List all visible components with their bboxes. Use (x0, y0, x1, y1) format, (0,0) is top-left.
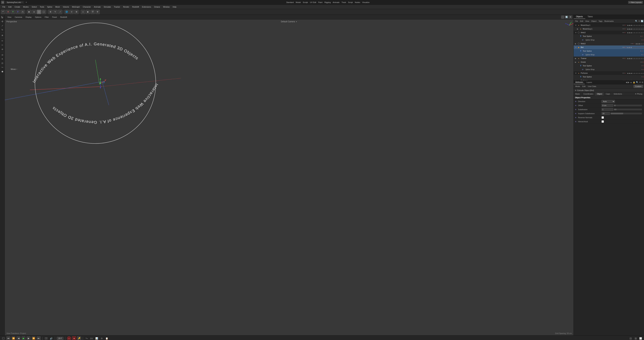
lock-btn[interactable] (20, 10, 25, 14)
custom-btn[interactable]: Custom (634, 85, 643, 88)
render-region-btn[interactable]: ◻ (81, 10, 85, 14)
next-frame-btn[interactable]: ▶ (26, 336, 30, 340)
world-btn[interactable]: 🌐 (64, 10, 69, 14)
prop-input-isoparm[interactable] (602, 112, 610, 115)
render-btn[interactable] (37, 10, 41, 14)
viewport-options-btn[interactable] (32, 10, 36, 14)
prop-slider-subdivision[interactable] (614, 109, 642, 110)
light-tool[interactable]: ☀ (0, 57, 4, 61)
obj-bookmarks-btn[interactable]: Bookmarks (604, 20, 614, 22)
scale-btn[interactable]: ⤢ (58, 10, 62, 14)
motion-path-btn[interactable] (84, 336, 89, 340)
menu-volume[interactable]: Volume (62, 5, 70, 8)
vp-icon2[interactable]: 🔄 (565, 15, 568, 19)
new-layouts-btn[interactable]: + New Layouts (628, 1, 643, 4)
goto-start-btn[interactable]: ⏮ (6, 336, 10, 340)
obj-row-trainer[interactable]: ▶ ● Trainer ● ■ × F (574, 56, 644, 60)
menu-mograph[interactable]: MoGraph (71, 5, 81, 8)
menu-character[interactable]: Character (82, 5, 92, 8)
attr-fwd-btn[interactable]: ▶ (628, 81, 630, 83)
menu-select[interactable]: Select (30, 5, 38, 8)
subtab-basic[interactable]: Basic (574, 92, 582, 96)
vp-icon3[interactable]: ⚙ (569, 15, 572, 19)
record-btn[interactable]: ● (67, 336, 71, 340)
obj-row-splinewrap-bot[interactable]: ⟳ Spline Wrap ● × (574, 53, 644, 56)
prop-input-subdivision[interactable] (602, 108, 613, 111)
vp-cameras-btn[interactable]: Cameras (14, 16, 24, 18)
render-all-btn[interactable]: 🎬 (90, 10, 95, 14)
vis-icon[interactable]: ● (622, 24, 623, 26)
menu-nodes[interactable]: Nodes (355, 1, 360, 3)
menu-standard[interactable]: Standard (286, 1, 294, 3)
prop-checkbox-revnorm[interactable] (602, 116, 604, 119)
menu-animate[interactable]: Animate (92, 5, 102, 8)
attr-search-btn[interactable]: 🔍 (636, 81, 638, 83)
obj-row-bot[interactable]: ▼ ◆ Bot ● ■ × F (574, 45, 644, 49)
obj-object-btn[interactable]: Object (590, 20, 597, 22)
spline-tool[interactable]: 〜 (0, 66, 4, 69)
play-btn[interactable]: ▶ (22, 336, 26, 340)
menu-help[interactable]: Help (171, 5, 178, 8)
timeline-icon[interactable] (1, 336, 5, 340)
y-axis-btn[interactable]: Y (11, 10, 15, 14)
menu-uv-edit[interactable]: UV Edit (310, 1, 316, 3)
select-tool[interactable] (0, 15, 4, 19)
menu-modes[interactable]: Modes (22, 5, 30, 8)
menu-mesh[interactable]: Mesh (54, 5, 61, 8)
objects-tab[interactable]: Objects (574, 15, 585, 19)
attr-back-btn[interactable]: ◀ (626, 81, 627, 83)
menu-model[interactable]: Model (296, 1, 301, 3)
menu-animate[interactable]: Animate (333, 1, 340, 3)
subtab-coordinates[interactable]: Coordinates (582, 92, 595, 96)
menu-edit[interactable]: Edit (7, 5, 13, 8)
prop-value-direction[interactable]: Auto (602, 100, 615, 103)
obj-row-splinewrap-greek[interactable]: ⟳ Spline Wrap ● × (574, 68, 644, 71)
obj-row-textspline-perfume[interactable]: T Text Spline ● × (574, 75, 644, 79)
vp-panel-btn[interactable]: Panel (51, 16, 58, 18)
z-axis-btn[interactable]: Z (16, 10, 20, 14)
loop-btn[interactable] (44, 336, 48, 340)
obj-row-musicguy1-group[interactable]: ▼ ● MusicGuy.1 ● ■ × F (574, 23, 644, 27)
attr-lock-btn[interactable]: 🔒 (633, 81, 635, 83)
menu-visualize[interactable]: Visualize (362, 1, 370, 3)
move-tool[interactable] (0, 20, 4, 23)
menu-file[interactable]: File (1, 5, 7, 8)
obj-row-perfume-2[interactable]: ▼ ● Perfume ● ■ × F (574, 79, 644, 80)
auto-key-btn[interactable]: 🔑 (77, 336, 81, 340)
mode-btn[interactable]: Mode (575, 85, 581, 88)
new-tab-btn[interactable]: + (25, 1, 28, 4)
fcurve-btn[interactable] (90, 336, 94, 340)
render-settings-btn[interactable]: ⚙ (95, 10, 100, 14)
prev-frame-btn[interactable]: ◀ (16, 336, 20, 340)
tab-close-btn[interactable]: × (22, 1, 22, 3)
attr-up-btn[interactable]: ▲ (630, 81, 632, 83)
prop-input-offset[interactable] (602, 104, 613, 107)
menu-simulate[interactable]: Simulate (102, 5, 112, 8)
obj-search-icon[interactable]: 🔍 (635, 20, 638, 22)
play-viewport-btn[interactable]: ▶ (27, 10, 32, 14)
current-frame-display[interactable]: 29 F (57, 337, 64, 340)
menu-rigging[interactable]: Rigging (324, 1, 330, 3)
zoom-in-btn[interactable]: ⊞ (634, 336, 638, 340)
obj-tags-btn[interactable]: Tags (598, 20, 603, 22)
obj-row-web3-group[interactable]: ▼ Web3 ● ■ × F (574, 31, 644, 34)
camera-tool[interactable]: ◎ (0, 53, 4, 57)
obj-edit-btn[interactable]: Edit (579, 20, 584, 22)
obj-row-textspline-web3[interactable]: T Text Spline ● × F (574, 34, 644, 38)
axis-manipulator[interactable] (94, 76, 107, 90)
render-view-btn[interactable]: ◉ (86, 10, 90, 14)
obj-row-perfume-group[interactable]: ▼ ● Perfume ● ■ × F (574, 71, 644, 75)
audio-btn[interactable]: 🔊 (49, 336, 53, 340)
rig-btn[interactable]: ⚙ (100, 336, 104, 340)
tab-layers[interactable]: Layers (585, 81, 594, 84)
prop-checkbox-hierarchical[interactable] (602, 120, 604, 123)
rotate-tool[interactable]: ↻ (0, 28, 4, 32)
paint-tool[interactable]: ✏ (0, 39, 4, 43)
fullscreen-btn[interactable]: ⬜ (639, 336, 643, 340)
subtab-object[interactable]: Object (595, 92, 604, 96)
transform-btn[interactable]: ⊞ (48, 10, 52, 14)
expand-musicguy1[interactable]: ▼ (575, 24, 577, 26)
grid-btn[interactable]: ⊞ (74, 10, 78, 14)
menu-script[interactable]: Script (348, 1, 353, 3)
edit-btn[interactable]: Edit (582, 85, 586, 88)
